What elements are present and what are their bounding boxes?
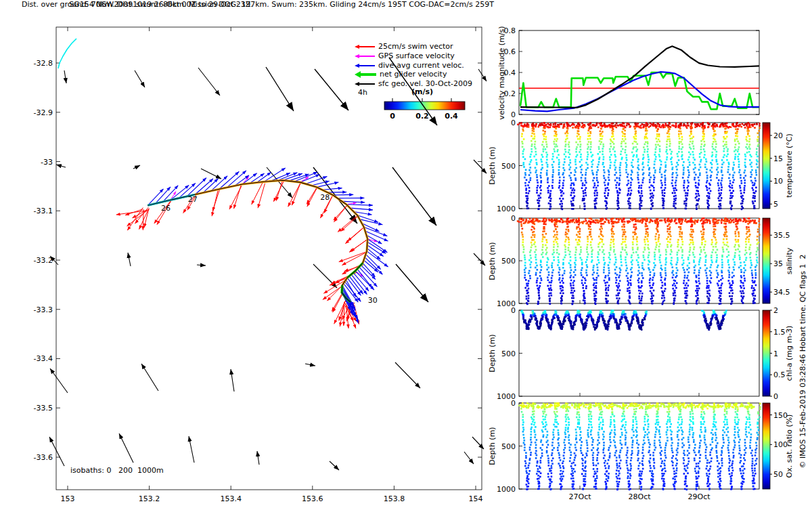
oxygen-depth-axis-label: Depth (m): [488, 423, 497, 470]
depth-tick-label: 0: [511, 399, 516, 408]
depth-tick-label: 500: [501, 350, 516, 358]
copyright-watermark: © IMOS 15-Feb-2019 03:28:46 Hobart time.…: [798, 223, 807, 501]
legend-colorbar: 00.20.4: [384, 98, 465, 121]
temperature-colorbar-title: temperature (°C): [785, 125, 794, 207]
plot-subtitle: Dist. over ground: 70km. Dist. swum: 86k…: [0, 0, 516, 9]
legend-colorbar-tick-label: 0: [390, 112, 395, 121]
track-day-label: 30: [368, 296, 378, 305]
map-y-tick-label: -32.8: [34, 59, 53, 68]
salinity-colorbar-title: salinity: [785, 241, 794, 282]
legend-item-gps-velocity: GPS surface velocity: [355, 51, 455, 60]
colorbar-tick-label: 2: [773, 306, 778, 315]
legend-item-label: dive-avg current veloc.: [378, 61, 464, 70]
map-x-tick-label: 154: [469, 494, 483, 503]
left-arrow-icon: [355, 71, 361, 78]
colorbar-tick-label: 1.5: [773, 328, 786, 337]
legend-colorbar-tick-label: 0.2: [415, 112, 429, 121]
coastline-isobath: [58, 39, 76, 68]
temperature-panel: 05001000: [497, 119, 761, 213]
left-arrow-icon: [355, 64, 359, 68]
dive-avg-current-arrows: [148, 168, 388, 323]
map-x-tick-label: 153: [61, 494, 75, 503]
depth-tick-label: 0: [511, 306, 516, 315]
legend-colorbar-title: (m/s): [402, 87, 443, 96]
map-y-tick-label: -32.9: [34, 108, 53, 117]
map-y-tick-label: -33.1: [34, 207, 53, 215]
colorbar-tick-label: 0: [773, 392, 778, 401]
legend-item-swim-vector: 25cm/s swim vector: [355, 42, 453, 51]
map-y-tick-label: -33.5: [34, 404, 53, 412]
colorbar-tick-label: 20: [773, 131, 783, 140]
colorbar-tick-label: 35: [773, 259, 783, 268]
legend-line: [359, 83, 375, 85]
legend-line: [359, 46, 375, 47]
track-day-label: 26: [161, 204, 171, 213]
depth-tick-label: 500: [501, 442, 516, 451]
depth-tick-label: 500: [501, 162, 516, 171]
legend-scale-label: 4h: [358, 88, 367, 97]
track-day-label: 28: [320, 193, 330, 202]
depth-tick-label: 0: [511, 214, 516, 223]
map-x-tick-label: 153.8: [384, 494, 405, 503]
chl-depth-axis-label: Depth (m): [488, 330, 497, 377]
isobaths-label: isobaths: 0 200 1000m: [70, 466, 164, 475]
depth-tick-label: 1000: [497, 485, 516, 494]
date-tick-label: 29Oct: [687, 492, 710, 501]
oxygen-colorbar-title: Ox. sat. ratio (%): [785, 409, 794, 484]
figure-root: 153153.2153.4153.6153.8154-32.8-32.9-33-…: [0, 0, 812, 508]
colorbar-tick-label: 35.5: [773, 231, 790, 240]
date-tick-label: 28Oct: [628, 492, 651, 501]
oxygen-panel: 05001000: [497, 399, 761, 494]
temperature-colorbar: 2015105: [763, 123, 783, 209]
legend-line: [359, 56, 375, 57]
map-y-tick-label: -33.3: [34, 305, 53, 314]
map-axes: 153153.2153.4153.6153.8154-32.8-32.9-33-…: [34, 27, 483, 503]
left-arrow-icon: [355, 45, 359, 49]
salinity-depth-axis-label: Depth (m): [488, 238, 497, 285]
left-arrow-icon: [355, 82, 359, 86]
colorbar-tick-label: 1: [773, 350, 778, 358]
map-y-tick-label: -33.4: [34, 354, 53, 363]
chl-panel: 05001000: [497, 306, 759, 401]
map-x-tick-label: 153.2: [139, 494, 160, 503]
colorbar-tick-label: 10: [773, 177, 783, 186]
depth-tick-label: 500: [501, 257, 516, 266]
track-day-labels: 26272830: [161, 193, 378, 305]
colorbar-tick-label: 5: [773, 200, 778, 209]
oxygen-colorbar: 15010050: [763, 403, 788, 489]
map-y-tick-label: -33.2: [34, 256, 53, 265]
left-arrow-icon: [355, 54, 359, 58]
legend-colorbar-tick-label: 0.4: [445, 112, 458, 121]
legend-line: [359, 65, 375, 66]
map-y-tick-label: -33.6: [34, 453, 53, 462]
map-x-tick-label: 153.4: [220, 494, 242, 503]
track-day-label: 27: [188, 195, 198, 204]
legend-item-label: 25cm/s swim vector: [378, 42, 453, 51]
legend-item-net-glider-velocity: net glider velocity: [355, 70, 447, 79]
colorbar-tick-label: 0.5: [773, 371, 786, 379]
colorbar-tick-label: 34.5: [773, 288, 790, 297]
chl-colorbar: 21.510.50: [763, 306, 786, 401]
legend-line: [361, 73, 376, 76]
salinity-panel: 05001000: [497, 214, 761, 308]
colorbar-tick-label: 50: [773, 470, 783, 479]
temperature-depth-axis-label: Depth (m): [488, 142, 497, 190]
chl-colorbar-title: chl-a (mg m-3): [785, 320, 794, 387]
map-x-tick-label: 153.6: [302, 494, 323, 503]
legend-item-dive-avg-current: dive-avg current veloc.: [355, 61, 464, 70]
velocity-panel: 00.20.40.60.8: [504, 26, 760, 119]
velocity-y-axis-label: velocity magnitude (m/s): [497, 16, 506, 131]
legend-item-label: net glider velocity: [380, 70, 447, 79]
glider-track: [148, 180, 367, 302]
date-tick-label: 27Oct: [568, 492, 591, 501]
time-axis-labels: 27Oct28Oct29Oct: [568, 492, 710, 501]
map-y-tick-label: -33: [41, 158, 53, 167]
depth-tick-label: 1000: [497, 205, 516, 213]
legend-item-label: GPS surface velocity: [378, 51, 455, 60]
colorbar-tick-label: 15: [773, 154, 783, 163]
depth-tick-label: 0: [511, 119, 516, 127]
